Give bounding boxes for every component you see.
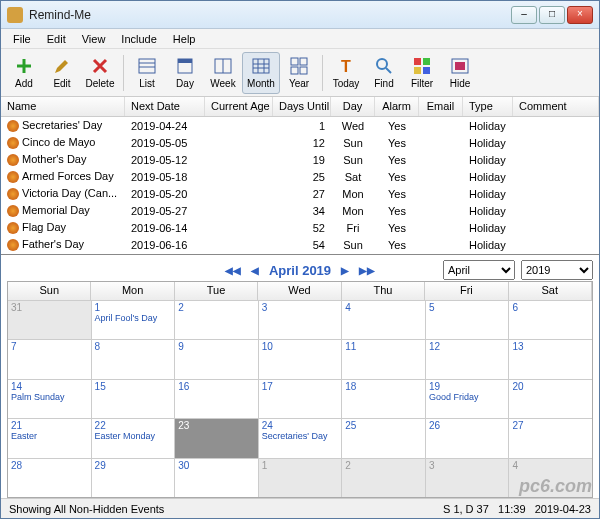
- nav-last-icon[interactable]: ▶▶: [359, 265, 375, 276]
- event-icon: [7, 137, 19, 149]
- calendar-cell[interactable]: 29: [92, 459, 176, 497]
- col-header-alarm[interactable]: Alarm: [375, 97, 419, 116]
- year-select[interactable]: 2019: [521, 260, 593, 280]
- toolbar-separator: [322, 55, 323, 91]
- week-icon: [213, 56, 233, 76]
- toolbar-separator: [123, 55, 124, 91]
- toolbar-add-button[interactable]: Add: [5, 52, 43, 94]
- calendar-cell[interactable]: 28: [8, 459, 92, 497]
- toolbar-day-button[interactable]: Day: [166, 52, 204, 94]
- col-header-type[interactable]: Type: [463, 97, 513, 116]
- toolbar-week-button[interactable]: Week: [204, 52, 242, 94]
- calendar-cell[interactable]: 16: [175, 380, 259, 418]
- app-icon: [7, 7, 23, 23]
- calendar-cell[interactable]: 23: [175, 419, 259, 457]
- svg-rect-24: [455, 62, 465, 70]
- list-row[interactable]: Canada Day2019-07-0169MonYesHoliday: [1, 253, 599, 255]
- calendar-cell[interactable]: 15: [92, 380, 176, 418]
- pencil-icon: [52, 56, 72, 76]
- calendar-cell[interactable]: 31: [8, 301, 92, 339]
- calendar-cell[interactable]: 12: [426, 340, 510, 378]
- year-icon: [289, 56, 309, 76]
- calendar-cell[interactable]: 5: [426, 301, 510, 339]
- calendar-cell[interactable]: 3: [259, 301, 343, 339]
- calendar-cell[interactable]: 11: [342, 340, 426, 378]
- calendar-cell[interactable]: 18: [342, 380, 426, 418]
- list-body[interactable]: Secretaries' Day2019-04-241WedYesHoliday…: [1, 117, 599, 255]
- toolbar-edit-button[interactable]: Edit: [43, 52, 81, 94]
- toolbar-filter-button[interactable]: Filter: [403, 52, 441, 94]
- svg-rect-15: [300, 67, 307, 74]
- toolbar-list-button[interactable]: List: [128, 52, 166, 94]
- menu-edit[interactable]: Edit: [39, 31, 74, 47]
- calendar-cell[interactable]: 7: [8, 340, 92, 378]
- calendar-cell[interactable]: 2: [175, 301, 259, 339]
- list-row[interactable]: Secretaries' Day2019-04-241WedYesHoliday: [1, 117, 599, 134]
- status-date: 2019-04-23: [535, 503, 591, 515]
- calendar-cell[interactable]: 3: [426, 459, 510, 497]
- calendar-cell[interactable]: 20: [509, 380, 592, 418]
- calendar-cell[interactable]: 2: [342, 459, 426, 497]
- list-row[interactable]: Mother's Day2019-05-1219SunYesHoliday: [1, 151, 599, 168]
- col-header-current-age[interactable]: Current Age: [205, 97, 273, 116]
- menu-file[interactable]: File: [5, 31, 39, 47]
- calendar-cell[interactable]: 24Secretaries' Day: [259, 419, 343, 457]
- day-number: 15: [95, 381, 172, 392]
- calendar-cell[interactable]: 25: [342, 419, 426, 457]
- nav-first-icon[interactable]: ◀◀: [225, 265, 241, 276]
- toolbar-year-button[interactable]: Year: [280, 52, 318, 94]
- calendar-cell[interactable]: 26: [426, 419, 510, 457]
- list-row[interactable]: Armed Forces Day2019-05-1825SatYesHolida…: [1, 168, 599, 185]
- col-header-email[interactable]: Email: [419, 97, 463, 116]
- minimize-button[interactable]: –: [511, 6, 537, 24]
- calendar-cell[interactable]: 6: [509, 301, 592, 339]
- menu-help[interactable]: Help: [165, 31, 204, 47]
- calendar-cell[interactable]: 4: [342, 301, 426, 339]
- toolbar-hide-button[interactable]: Hide: [441, 52, 479, 94]
- day-number: 11: [345, 341, 422, 352]
- calendar-cell[interactable]: 1: [259, 459, 343, 497]
- list-row[interactable]: Cinco de Mayo2019-05-0512SunYesHoliday: [1, 134, 599, 151]
- calendar-cell[interactable]: 19Good Friday: [426, 380, 510, 418]
- col-header-day[interactable]: Day: [331, 97, 375, 116]
- menu-include[interactable]: Include: [113, 31, 164, 47]
- calendar-cell[interactable]: 4: [509, 459, 592, 497]
- menu-view[interactable]: View: [74, 31, 114, 47]
- calendar-cell[interactable]: 9: [175, 340, 259, 378]
- list-icon: [137, 56, 157, 76]
- calendar-cell[interactable]: 13: [509, 340, 592, 378]
- col-header-days-until[interactable]: Days Until: [273, 97, 331, 116]
- day-number: 1: [262, 460, 339, 471]
- nav-prev-icon[interactable]: ◀: [251, 265, 259, 276]
- calendar-cell[interactable]: 27: [509, 419, 592, 457]
- app-window: Remind-Me – □ × FileEditViewIncludeHelp …: [0, 0, 600, 519]
- list-row[interactable]: Father's Day2019-06-1654SunYesHoliday: [1, 236, 599, 253]
- calendar-cell[interactable]: 30: [175, 459, 259, 497]
- toolbar-delete-button[interactable]: Delete: [81, 52, 119, 94]
- calendar-cell[interactable]: 1April Fool's Day: [92, 301, 176, 339]
- toolbar-today-button[interactable]: TToday: [327, 52, 365, 94]
- calendar-cell[interactable]: 22Easter Monday: [92, 419, 176, 457]
- list-row[interactable]: Flag Day2019-06-1452FriYesHoliday: [1, 219, 599, 236]
- col-header-name[interactable]: Name: [1, 97, 125, 116]
- list-row[interactable]: Memorial Day2019-05-2734MonYesHoliday: [1, 202, 599, 219]
- day-number: 1: [95, 302, 172, 313]
- calendar-cell[interactable]: 17: [259, 380, 343, 418]
- find-icon: [374, 56, 394, 76]
- list-row[interactable]: Victoria Day (Can...2019-05-2027MonYesHo…: [1, 185, 599, 202]
- calendar-cell[interactable]: 10: [259, 340, 343, 378]
- svg-rect-14: [291, 67, 298, 74]
- list-header: NameNext DateCurrent AgeDays UntilDayAla…: [1, 97, 599, 117]
- calendar-cell[interactable]: 8: [92, 340, 176, 378]
- toolbar-month-button[interactable]: Month: [242, 52, 280, 94]
- month-select[interactable]: April: [443, 260, 515, 280]
- maximize-button[interactable]: □: [539, 6, 565, 24]
- svg-rect-21: [414, 67, 421, 74]
- col-header-comment[interactable]: Comment: [513, 97, 599, 116]
- close-button[interactable]: ×: [567, 6, 593, 24]
- nav-next-icon[interactable]: ▶: [341, 265, 349, 276]
- col-header-next-date[interactable]: Next Date: [125, 97, 205, 116]
- toolbar-find-button[interactable]: Find: [365, 52, 403, 94]
- calendar-cell[interactable]: 14Palm Sunday: [8, 380, 92, 418]
- calendar-cell[interactable]: 21Easter: [8, 419, 92, 457]
